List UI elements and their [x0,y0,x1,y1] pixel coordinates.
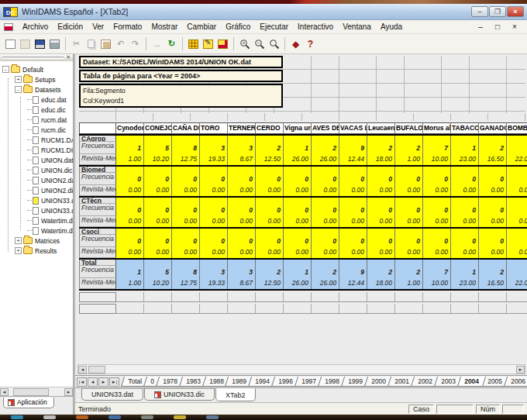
scroll-thumb[interactable] [13,388,49,396]
doc-tab-union33-dic[interactable]: UNION33.dic [144,388,215,401]
tree-item-watertim-dat[interactable]: Watertim.dat [0,215,73,225]
paste-icon[interactable] [99,38,112,50]
chart-edit-icon[interactable] [202,38,215,50]
tree-item-union2-dat[interactable]: UNION2.dat [0,175,73,185]
year-nav-next-button[interactable]: ► [98,377,108,387]
tree-item-default[interactable]: -Default [0,64,73,74]
undo-icon[interactable]: ↶ [114,38,127,50]
close-button[interactable]: × [507,6,524,17]
menu-formato[interactable]: Formato [108,21,146,33]
tree-item-union33-dic[interactable]: UNION33.dic [0,205,73,215]
menu-mostrar[interactable]: Mostrar [146,21,182,33]
tree-item-watertim-dic[interactable]: Watertim.dic [0,225,73,236]
menu-ejecutar[interactable]: Ejecutar [255,21,293,33]
stop-icon[interactable]: ◆ [289,38,302,50]
tree-item-rucm-dic[interactable]: rucm.dic [0,125,73,135]
taskbar-item[interactable] [76,415,88,419]
new-icon[interactable] [4,38,17,50]
tree-item-matrices[interactable]: +Matrices [0,236,73,246]
cell: 2 [256,266,284,278]
export-icon[interactable]: → [150,38,164,50]
tree-item-union-dic[interactable]: UNION.dic [0,165,73,175]
tree-item-rucm-dat[interactable]: rucm.dat [0,115,73,125]
child-minimize-button[interactable]: – [475,22,486,31]
cell: 0 [451,235,479,247]
tree-item-union33-dat[interactable]: UNION33.dat [0,195,73,205]
mdi-child-icon[interactable] [4,23,13,31]
cell: 0 [228,204,256,216]
tab-aplicacion[interactable]: Aplicación [3,398,54,408]
taskbar-item[interactable] [108,415,121,419]
table-icon[interactable] [187,38,200,50]
menu-ventana[interactable]: Ventana [338,21,376,33]
cell [507,266,527,278]
copy-icon[interactable] [84,38,98,50]
doc-tab-union33-dat[interactable]: UNION33.dat [81,388,143,401]
tree-item-union-dat[interactable]: UNION.dat [0,155,73,165]
collapse-icon[interactable]: - [2,66,9,73]
expand-icon[interactable]: + [15,237,22,244]
tree-connector [27,99,32,100]
doc-tab-xtab2[interactable]: XTab2 [215,388,256,401]
minimize-button[interactable]: – [471,6,488,17]
tree-item-educ-dat[interactable]: educ.dat [0,95,73,105]
zoom-window-icon[interactable] [267,38,281,50]
column-header-row: CynodonCONEJO (CAÑA DETOROTERNEROCERDOVi… [79,122,527,134]
chart-icon[interactable] [216,38,229,50]
taskbar-item[interactable] [174,415,186,419]
year-nav-prev-button[interactable]: ◄ [88,377,98,387]
scroll-left-icon[interactable]: ◄ [78,366,87,374]
refresh-icon[interactable]: ↻ [165,38,178,50]
save-icon[interactable] [33,38,46,50]
cut-icon[interactable]: ✂ [70,38,83,50]
grid-hscrollbar[interactable]: ◄ ► [78,364,525,374]
zoom-out-icon[interactable]: − [253,38,266,50]
pane-header[interactable]: ✕ [0,54,73,61]
expand-icon[interactable]: + [15,76,22,83]
cell: 0 [228,173,256,185]
pane-grip[interactable] [2,57,64,59]
year-tab-2006[interactable]: 2006 [503,377,527,387]
tree-item-rucm1-dic[interactable]: RUCM1.DIC [0,145,73,155]
menu-ver[interactable]: Ver [88,21,108,33]
zoom-in-icon[interactable]: + [238,38,251,50]
tree-item-setups[interactable]: +Setups [0,74,73,84]
title-bar[interactable]: DC WinIDAMS Español - [XTab2] – ❐ × [0,4,527,20]
year-tab-2004[interactable]: 2004 [457,377,486,387]
tree-item-results[interactable]: +Results [0,246,73,256]
taskbar-item[interactable] [206,415,219,419]
expand-icon[interactable]: + [15,247,22,254]
year-nav-last-button[interactable]: ►| [109,377,119,387]
taskbar-item[interactable] [11,415,23,419]
column-header-ternero: TERNERO [228,122,256,134]
tree-item-datasets[interactable]: -Datasets [0,84,73,95]
tree-item-rucm1-dat[interactable]: RUCM1.DAT [0,135,73,145]
menu-ayuda[interactable]: Ayuda [376,21,407,33]
print-icon[interactable] [48,38,61,50]
taskbar-item[interactable] [141,415,153,419]
scroll-left-icon[interactable]: ◄ [0,388,9,396]
pane-close-icon[interactable]: ✕ [66,54,73,60]
child-close-button[interactable]: × [509,22,520,31]
open-icon[interactable] [19,38,32,50]
menu-interactivo[interactable]: Interactivo [293,21,338,33]
year-nav-first-button[interactable]: |◄ [77,377,87,387]
menu-edici-n[interactable]: Edición [53,21,88,33]
cell: 0 [116,204,144,216]
menu-cambiar[interactable]: Cambiar [182,21,221,33]
scroll-thumb[interactable] [88,366,105,374]
collapse-icon[interactable]: - [15,86,22,93]
sidebar-hscrollbar[interactable]: ◄ ► [0,387,73,396]
menu-gr-fico[interactable]: Gráfico [221,21,255,33]
tree-item-educ-dic[interactable]: educ.dic [0,105,73,115]
taskbar-item[interactable] [43,415,56,419]
child-restore-button[interactable]: □ [492,22,503,31]
cell: 0.00 [116,185,144,196]
help-icon[interactable]: ? [304,38,317,50]
menu-archivo[interactable]: Archivo [18,21,53,33]
tree-item-union2-dic[interactable]: UNION2.dic [0,185,73,195]
scroll-right-icon[interactable]: ► [64,388,73,396]
scroll-right-icon[interactable]: ► [516,366,525,374]
redo-icon[interactable]: ↷ [129,38,142,50]
restore-button[interactable]: ❐ [489,6,506,17]
